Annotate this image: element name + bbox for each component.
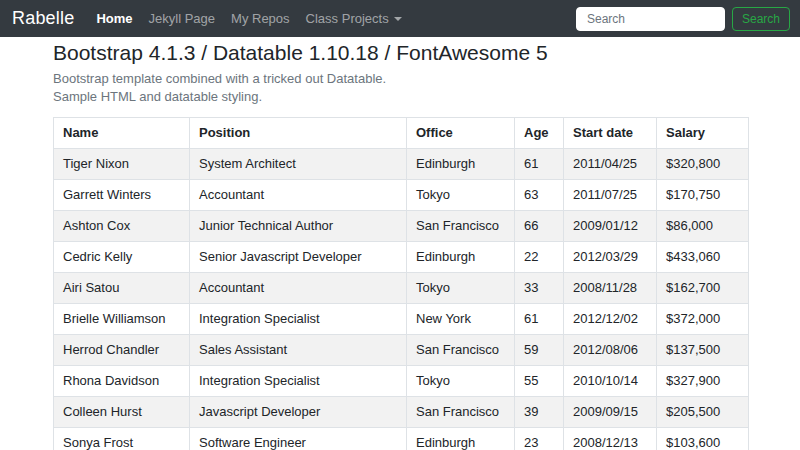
table-cell-start-date: 2008/11/28 xyxy=(564,273,657,304)
table-cell-age: 23 xyxy=(515,428,564,450)
table-cell-start-date: 2008/12/13 xyxy=(564,428,657,450)
table-cell-office: Edinburgh xyxy=(407,428,515,450)
table-cell-office: Edinburgh xyxy=(407,149,515,180)
table-cell-name: Rhona Davidson xyxy=(54,366,190,397)
search-form: Search xyxy=(576,7,790,31)
table-cell-start-date: 2011/04/25 xyxy=(564,149,657,180)
table-cell-office: New York xyxy=(407,304,515,335)
table-row: Rhona DavidsonIntegration SpecialistToky… xyxy=(54,366,749,397)
table-cell-salary: $86,000 xyxy=(657,211,749,242)
nav-item-label: Class Projects xyxy=(306,11,389,26)
nav-item-jekyll-page[interactable]: Jekyll Page xyxy=(141,11,223,26)
table-cell-position: Integration Specialist xyxy=(190,304,407,335)
table-cell-start-date: 2010/10/14 xyxy=(564,366,657,397)
table-cell-name: Herrod Chandler xyxy=(54,335,190,366)
navbar-nav: HomeJekyll PageMy ReposClass Projects xyxy=(88,11,409,26)
table-cell-salary: $205,500 xyxy=(657,397,749,428)
table-cell-name: Cedric Kelly xyxy=(54,242,190,273)
table-body: Tiger NixonSystem ArchitectEdinburgh6120… xyxy=(54,149,749,450)
table-cell-position: Senior Javascript Developer xyxy=(190,242,407,273)
page-subtitle-1: Bootstrap template combined with a trick… xyxy=(53,70,748,88)
table-row: Tiger NixonSystem ArchitectEdinburgh6120… xyxy=(54,149,749,180)
table-row: Colleen HurstJavascript DeveloperSan Fra… xyxy=(54,397,749,428)
column-header-age[interactable]: Age xyxy=(515,118,564,149)
table-cell-age: 39 xyxy=(515,397,564,428)
table-cell-office: San Francisco xyxy=(407,211,515,242)
table-cell-salary: $170,750 xyxy=(657,180,749,211)
table-cell-start-date: 2012/12/02 xyxy=(564,304,657,335)
table-cell-age: 33 xyxy=(515,273,564,304)
table-cell-salary: $103,600 xyxy=(657,428,749,450)
table-cell-position: Accountant xyxy=(190,273,407,304)
table-row: Herrod ChandlerSales AssistantSan Franci… xyxy=(54,335,749,366)
table-cell-start-date: 2009/09/15 xyxy=(564,397,657,428)
table-cell-position: Junior Technical Author xyxy=(190,211,407,242)
table-cell-start-date: 2012/08/06 xyxy=(564,335,657,366)
table-row: Ashton CoxJunior Technical AuthorSan Fra… xyxy=(54,211,749,242)
table-cell-age: 63 xyxy=(515,180,564,211)
table-cell-start-date: 2011/07/25 xyxy=(564,180,657,211)
table-header: NamePositionOfficeAgeStart dateSalary xyxy=(54,118,749,149)
table-cell-office: Tokyo xyxy=(407,180,515,211)
page-subtitle-2: Sample HTML and datatable styling. xyxy=(53,88,748,106)
table-cell-salary: $327,900 xyxy=(657,366,749,397)
table-cell-salary: $137,500 xyxy=(657,335,749,366)
column-header-name[interactable]: Name xyxy=(54,118,190,149)
caret-down-icon xyxy=(394,17,402,21)
table-cell-position: System Architect xyxy=(190,149,407,180)
brand-link[interactable]: Rabelle xyxy=(12,8,74,29)
page-content: Bootstrap 4.1.3 / Datatable 1.10.18 / Fo… xyxy=(0,37,800,450)
table-cell-age: 66 xyxy=(515,211,564,242)
table-cell-salary: $372,000 xyxy=(657,304,749,335)
table-cell-salary: $162,700 xyxy=(657,273,749,304)
nav-item-class-projects[interactable]: Class Projects xyxy=(298,11,410,26)
table-cell-name: Brielle Williamson xyxy=(54,304,190,335)
table-cell-position: Software Engineer xyxy=(190,428,407,450)
table-cell-name: Ashton Cox xyxy=(54,211,190,242)
table-cell-position: Integration Specialist xyxy=(190,366,407,397)
table-header-row: NamePositionOfficeAgeStart dateSalary xyxy=(54,118,749,149)
navbar: Rabelle HomeJekyll PageMy ReposClass Pro… xyxy=(0,0,800,37)
table-cell-office: Tokyo xyxy=(407,366,515,397)
table-cell-position: Javascript Developer xyxy=(190,397,407,428)
table-cell-name: Sonya Frost xyxy=(54,428,190,450)
table-cell-office: San Francisco xyxy=(407,397,515,428)
nav-item-label: My Repos xyxy=(231,11,290,26)
table-cell-age: 22 xyxy=(515,242,564,273)
table-cell-name: Airi Satou xyxy=(54,273,190,304)
table-row: Cedric KellySenior Javascript DeveloperE… xyxy=(54,242,749,273)
column-header-position[interactable]: Position xyxy=(190,118,407,149)
search-input[interactable] xyxy=(576,7,725,31)
nav-item-home[interactable]: Home xyxy=(88,11,140,26)
table-cell-name: Garrett Winters xyxy=(54,180,190,211)
column-header-start-date[interactable]: Start date xyxy=(564,118,657,149)
table-cell-name: Colleen Hurst xyxy=(54,397,190,428)
table-cell-salary: $320,800 xyxy=(657,149,749,180)
search-button[interactable]: Search xyxy=(732,7,790,31)
table-cell-age: 61 xyxy=(515,149,564,180)
nav-item-my-repos[interactable]: My Repos xyxy=(223,11,298,26)
table-cell-start-date: 2009/01/12 xyxy=(564,211,657,242)
table-cell-position: Accountant xyxy=(190,180,407,211)
table-cell-position: Sales Assistant xyxy=(190,335,407,366)
table-cell-start-date: 2012/03/29 xyxy=(564,242,657,273)
nav-item-label: Jekyll Page xyxy=(149,11,215,26)
table-row: Airi SatouAccountantTokyo332008/11/28$16… xyxy=(54,273,749,304)
table-row: Sonya FrostSoftware EngineerEdinburgh232… xyxy=(54,428,749,450)
table-cell-office: Tokyo xyxy=(407,273,515,304)
employee-table: NamePositionOfficeAgeStart dateSalary Ti… xyxy=(53,117,749,450)
table-row: Garrett WintersAccountantTokyo632011/07/… xyxy=(54,180,749,211)
table-cell-age: 61 xyxy=(515,304,564,335)
table-row: Brielle WilliamsonIntegration Specialist… xyxy=(54,304,749,335)
table-cell-office: San Francisco xyxy=(407,335,515,366)
column-header-office[interactable]: Office xyxy=(407,118,515,149)
table-cell-name: Tiger Nixon xyxy=(54,149,190,180)
table-cell-office: Edinburgh xyxy=(407,242,515,273)
table-cell-salary: $433,060 xyxy=(657,242,749,273)
table-cell-age: 55 xyxy=(515,366,564,397)
column-header-salary[interactable]: Salary xyxy=(657,118,749,149)
table-cell-age: 59 xyxy=(515,335,564,366)
nav-item-label: Home xyxy=(96,11,132,26)
page-title: Bootstrap 4.1.3 / Datatable 1.10.18 / Fo… xyxy=(53,41,748,65)
